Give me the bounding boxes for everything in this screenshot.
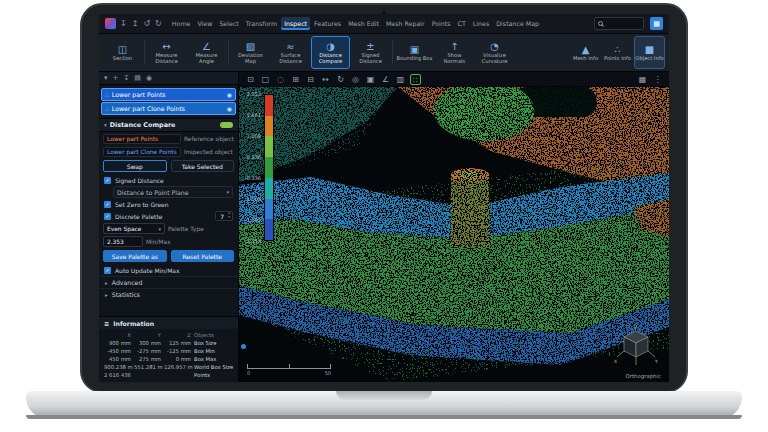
auto-update-row: ✓ Auto Update Min/Max xyxy=(99,264,238,276)
tab-mesh-edit[interactable]: Mesh Edit xyxy=(345,17,382,30)
distance-mode-value: Distance to Point Plane xyxy=(117,189,189,196)
import-icon[interactable]: ↧ xyxy=(119,19,128,29)
tab-lines[interactable]: Lines xyxy=(470,17,492,30)
reference-object-value[interactable]: Lower part Points xyxy=(103,134,181,144)
search-input[interactable] xyxy=(594,17,644,30)
information-panel: ≡ Information X Y Z Objects 900 mm 300 m… xyxy=(99,316,238,382)
clipping-icon[interactable]: ▥ xyxy=(395,74,406,85)
tab-view[interactable]: View xyxy=(194,17,215,30)
zoom-icon[interactable]: ◎ xyxy=(350,74,361,85)
eye-icon[interactable]: ◉ xyxy=(227,105,232,112)
undo-icon[interactable]: ↺ xyxy=(142,19,151,29)
deselect-icon[interactable]: ⊟ xyxy=(305,74,316,85)
pan-icon[interactable]: ↔ xyxy=(320,74,331,85)
navigation-cube[interactable]: Z X Y xyxy=(613,324,659,368)
front-view-icon[interactable]: ▣ xyxy=(365,74,376,85)
tab-mesh-repair[interactable]: Mesh Repair xyxy=(383,17,428,30)
ribbon-separator xyxy=(392,40,393,65)
tab-ct[interactable]: CT xyxy=(455,17,469,30)
ribbon-visualize-curvature[interactable]: ◔ Visualize Curvature xyxy=(475,36,514,69)
tab-inspect[interactable]: Inspect xyxy=(281,17,310,30)
ribbon-section[interactable]: ◫ Section xyxy=(103,36,142,69)
swap-button[interactable]: Swap xyxy=(103,160,167,172)
ribbon-object-info[interactable]: ■ Object Info xyxy=(634,36,665,69)
tab-select[interactable]: Select xyxy=(216,17,241,30)
filter-icon[interactable]: ▤ xyxy=(134,74,141,82)
statistics-expander[interactable]: ▸ Statistics xyxy=(99,288,238,300)
point-cloud-canvas[interactable] xyxy=(239,87,669,382)
view-mode-icon[interactable]: ⊡ xyxy=(245,74,256,85)
ribbon-distance-compare[interactable]: ◑ Distance Compare xyxy=(311,36,350,69)
ribbon-deviation-map[interactable]: ▧ Deviation Map xyxy=(231,36,270,69)
grid-icon[interactable]: ▦ xyxy=(637,74,648,85)
ribbon-label: Surface Distance xyxy=(272,53,309,65)
main-content: ▾ + ↧ ▤ ◉ ∴ Lower part Points ◉ ∴ Lower … xyxy=(99,72,669,382)
select-rectangle-icon[interactable]: □ xyxy=(260,74,271,85)
signed-distance-checkbox[interactable]: ✓ xyxy=(104,177,111,184)
minmax-input[interactable]: 2.353 xyxy=(103,236,143,247)
ribbon-measure-distance[interactable]: ↔ Measure Distance xyxy=(147,36,186,69)
measure-icon[interactable]: ∠ xyxy=(380,74,391,85)
redo-icon[interactable]: ↻ xyxy=(154,19,163,29)
object-tree: ∴ Lower part Points ◉ ∴ Lower part Clone… xyxy=(99,85,238,118)
discrete-count-stepper[interactable]: 7 ▴ ▾ xyxy=(215,211,233,221)
tab-transform[interactable]: Transform xyxy=(243,17,280,30)
chevron-right-icon: ▸ xyxy=(105,280,108,286)
distance-mode-select[interactable]: Distance to Point Plane ▾ xyxy=(113,186,233,198)
point-size-icon[interactable]: ∷ xyxy=(410,74,421,85)
ribbon-signed-distance[interactable]: ± Signed Distance xyxy=(351,36,390,69)
discrete-palette-checkbox[interactable]: ✓ xyxy=(104,213,111,220)
info-cell: 900 mm xyxy=(104,340,131,346)
inspected-object-value[interactable]: Lower part Clone Points xyxy=(103,147,181,157)
ribbon-show-normals[interactable]: ↑ Show Normals xyxy=(435,36,474,69)
scale-bar: 0 50 xyxy=(247,365,331,376)
visualize-curvature-icon: ◔ xyxy=(490,41,499,52)
ribbon-surface-distance[interactable]: ≈ Surface Distance xyxy=(271,36,310,69)
auto-update-label: Auto Update Min/Max xyxy=(115,267,180,274)
stepper-down-icon[interactable]: ▾ xyxy=(228,216,230,220)
import-object-icon[interactable]: ↧ xyxy=(123,74,129,82)
apps-button[interactable]: ▦ xyxy=(650,17,663,30)
tab-home[interactable]: Home xyxy=(169,17,194,30)
tree-item-lower-part-points[interactable]: ∴ Lower part Points ◉ xyxy=(101,88,236,101)
stepper-arrows[interactable]: ▴ ▾ xyxy=(228,212,230,219)
rotate-icon[interactable]: ↻ xyxy=(335,74,346,85)
menu-icon: ≡ xyxy=(104,320,109,327)
ribbon-bounding-box[interactable]: ▣ Bounding Box xyxy=(395,36,434,69)
information-header[interactable]: ≡ Information xyxy=(99,317,238,329)
export-icon[interactable]: ↥ xyxy=(131,19,140,29)
points-info-icon: ∴ xyxy=(614,44,620,55)
visibility-icon[interactable]: ◉ xyxy=(146,74,152,82)
more-icon[interactable]: ⋮ xyxy=(652,74,663,85)
eye-icon[interactable]: ◉ xyxy=(227,91,232,98)
reset-palette-button[interactable]: Reset Palette xyxy=(171,250,235,262)
viewport-3d[interactable]: ⊡ □ ◌ ⊞ ⊟ ↔ ↻ ◎ ▣ ∠ ▥ ∷ ▦ ⋮ xyxy=(239,72,669,382)
collapse-all-icon[interactable]: ▾ xyxy=(104,74,108,82)
tab-features[interactable]: Features xyxy=(311,17,344,30)
ribbon-mesh-info[interactable]: ▲ Mesh Info xyxy=(570,36,601,69)
add-object-icon[interactable]: + xyxy=(113,74,119,82)
minmax-label: Min/Max xyxy=(146,239,196,245)
set-zero-checkbox[interactable]: ✓ xyxy=(104,201,111,208)
mesh-info-icon: ▲ xyxy=(582,44,590,55)
search-icon xyxy=(598,21,603,26)
set-zero-label: Set Zero to Green xyxy=(115,201,169,208)
save-palette-button[interactable]: Save Palette as xyxy=(103,250,167,262)
tree-item-lower-part-clone-points[interactable]: ∴ Lower part Clone Points ◉ xyxy=(101,102,236,115)
info-cell: 551.281 m xyxy=(134,364,161,370)
take-selected-button[interactable]: Take Selected xyxy=(171,160,235,172)
advanced-label: Advanced xyxy=(112,279,143,286)
ribbon-measure-angle[interactable]: ∠ Measure Angle xyxy=(187,36,226,69)
select-lasso-icon[interactable]: ◌ xyxy=(275,74,286,85)
auto-update-checkbox[interactable]: ✓ xyxy=(104,267,111,274)
tab-points[interactable]: Points xyxy=(429,17,454,30)
advanced-expander[interactable]: ▸ Advanced xyxy=(99,276,238,288)
distance-compare-header[interactable]: ▾ Distance Compare xyxy=(99,118,238,132)
ribbon-points-info[interactable]: ∴ Points Info xyxy=(602,36,633,69)
scale-color xyxy=(265,219,273,240)
ribbon-label: Visualize Curvature xyxy=(476,53,513,65)
palette-spacing-select[interactable]: Even Space ▾ xyxy=(103,223,165,234)
ribbon-label: Object Info xyxy=(635,56,663,62)
tab-distance-map[interactable]: Distance Map xyxy=(493,17,542,30)
select-all-icon[interactable]: ⊞ xyxy=(290,74,301,85)
